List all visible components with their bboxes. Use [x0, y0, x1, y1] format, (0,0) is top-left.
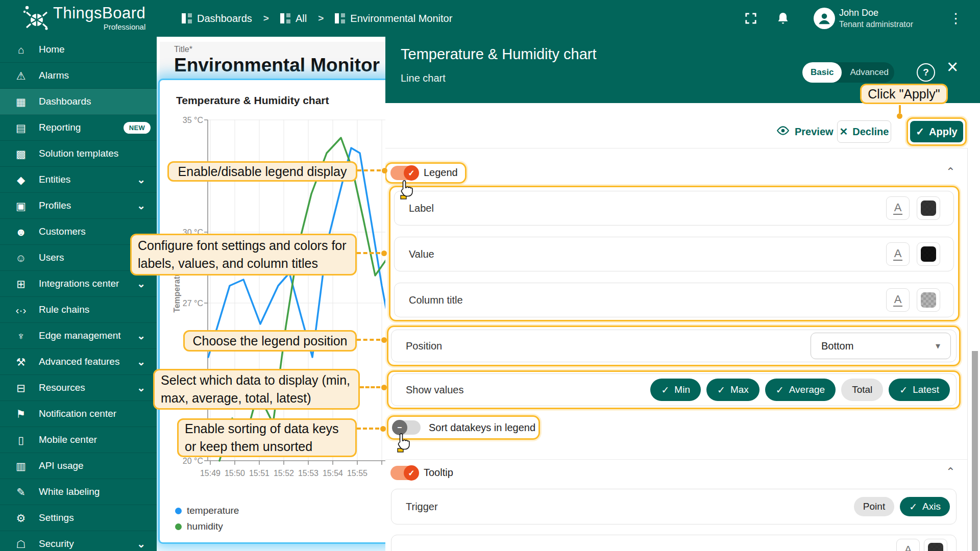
show-values-chips: ✓Min✓Max✓AverageTotal✓Latest: [650, 379, 950, 401]
chip-max[interactable]: ✓Max: [706, 379, 760, 401]
thingsboard-bug-icon: [22, 4, 49, 34]
panel-subtitle: Line chart: [401, 72, 446, 84]
trigger-chips: Point✓Axis: [854, 497, 950, 516]
eye-icon: [776, 124, 790, 140]
help-icon[interactable]: ?: [917, 63, 935, 82]
panel-scrollbar-thumb[interactable]: [972, 351, 978, 551]
home-icon: ⌂: [14, 44, 28, 55]
label-color-button[interactable]: [917, 196, 940, 220]
sidebar-item-solution-templates[interactable]: ▩Solution templates: [0, 141, 157, 167]
preview-button[interactable]: Preview: [776, 120, 834, 143]
breadcrumb-item-all[interactable]: All: [280, 13, 307, 24]
svg-text:15:53: 15:53: [298, 469, 318, 478]
dashboard-grid-icon: [280, 13, 290, 23]
breadcrumb-item-dashboards[interactable]: Dashboards: [182, 13, 252, 24]
svg-text:15:50: 15:50: [225, 469, 245, 478]
value-font-button[interactable]: A: [886, 242, 910, 266]
tooltip-label-font-button[interactable]: A: [896, 539, 920, 551]
svg-text:15:52: 15:52: [274, 469, 294, 478]
sidebar-item-api-usage[interactable]: ▥API usage: [0, 453, 157, 479]
annotation-connector-dot: [381, 251, 387, 256]
user-role: Tenant administrator: [839, 19, 931, 30]
user-menu[interactable]: John Doe Tenant administrator: [839, 7, 931, 30]
annotation-fonts: Configure font settings and colors for l…: [130, 234, 357, 276]
apply-button-highlight: ✓ Apply: [906, 117, 967, 146]
chip-total[interactable]: Total: [841, 379, 883, 401]
sort-datakeys-toggle[interactable]: –: [393, 420, 421, 435]
chip-point[interactable]: Point: [854, 497, 894, 516]
legend-toggle[interactable]: ✓: [390, 166, 418, 180]
dashboard-grid-icon: [335, 13, 345, 23]
check-icon: ✓: [909, 501, 917, 513]
sidebar-item-reporting[interactable]: ▤ReportingNEW: [0, 115, 157, 141]
dashboards-icon: ▦: [14, 96, 28, 107]
dashboard-title-value: Environmental Monitor: [174, 54, 385, 77]
sidebar-item-entities[interactable]: ◆Entities⌄: [0, 167, 157, 193]
breadcrumb-item-environmental-monitor[interactable]: Environmental Monitor: [335, 13, 452, 24]
sidebar-item-advanced-features[interactable]: ⚒Advanced features⌄: [0, 349, 157, 375]
chart-widget[interactable]: Temperature & Humidity chart: [160, 80, 385, 542]
sidebar-item-settings[interactable]: ⚙Settings: [0, 505, 157, 531]
widget-title: Temperature & Humidity chart: [176, 94, 329, 107]
dashboard-title-field[interactable]: Title* Environmental Monitor: [160, 42, 385, 81]
tooltip-section-title: Tooltip: [424, 467, 453, 479]
tooltip-label-color-button[interactable]: [924, 539, 947, 551]
fullscreen-icon[interactable]: [744, 12, 757, 25]
collapse-legend-icon[interactable]: ⌄: [946, 164, 955, 178]
api-usage-icon: ▥: [14, 461, 28, 471]
breadcrumb: Dashboards>All>Environmental Monitor: [182, 0, 452, 37]
integrations-center-icon: ⊞: [14, 279, 28, 289]
column-title-color-button[interactable]: [917, 288, 940, 312]
sidebar-item-white-labeling[interactable]: ✎White labeling: [0, 479, 157, 505]
divider: [385, 148, 967, 148]
legend-position-select[interactable]: Bottom ▾: [811, 333, 951, 359]
apply-button[interactable]: ✓ Apply: [910, 121, 963, 142]
sidebar-item-resources[interactable]: ⊟Resources⌄: [0, 375, 157, 401]
position-label: Position: [406, 340, 442, 352]
trigger-label: Trigger: [406, 501, 438, 513]
temperature-legend-dot: [175, 508, 182, 514]
humidity-series-line: [219, 138, 385, 461]
sidebar-item-alarms[interactable]: ⚠Alarms: [0, 63, 157, 89]
tooltip-toggle[interactable]: ✓: [390, 466, 418, 480]
legend-item-humidity[interactable]: humidity: [175, 521, 223, 532]
legend-section-title: Legend: [424, 167, 458, 179]
sidebar: ⌂Home⚠Alarms▦Dashboards▤ReportingNEW▩Sol…: [0, 37, 157, 551]
chip-latest[interactable]: ✓Latest: [889, 379, 950, 401]
rule-chains-icon: ‹·›: [14, 305, 28, 315]
avatar[interactable]: [814, 8, 835, 29]
chip-average[interactable]: ✓Average: [765, 379, 836, 401]
svg-text:27 °C: 27 °C: [183, 299, 203, 308]
color-swatch: [921, 292, 936, 308]
sidebar-item-dashboards[interactable]: ▦Dashboards: [0, 89, 157, 115]
chip-axis[interactable]: ✓Axis: [900, 497, 950, 516]
tab-advanced[interactable]: Advanced: [842, 62, 897, 83]
sidebar-item-profiles[interactable]: ▣Profiles⌄: [0, 193, 157, 219]
sidebar-item-rule-chains[interactable]: ‹·›Rule chains: [0, 297, 157, 323]
sidebar-item-security[interactable]: ☖Security⌄: [0, 531, 157, 551]
kebab-menu-icon[interactable]: ⋮: [949, 10, 963, 27]
decline-button[interactable]: ✕ Decline: [837, 120, 891, 143]
column-title-font-button[interactable]: A: [886, 288, 910, 312]
sidebar-item-edge-management[interactable]: ♆Edge management⌄: [0, 323, 157, 349]
check-icon: ✓: [776, 384, 784, 396]
annotation-connector-dot: [897, 113, 902, 119]
tab-basic[interactable]: Basic: [802, 62, 842, 83]
top-header: ThingsBoard Professional Dashboards>All>…: [0, 0, 980, 37]
notifications-bell-icon[interactable]: [776, 11, 790, 26]
close-icon[interactable]: ×: [947, 57, 958, 77]
thingsboard-logo[interactable]: ThingsBoard Professional: [22, 4, 145, 34]
sidebar-item-home[interactable]: ⌂Home: [0, 37, 157, 63]
svg-text:15:49: 15:49: [200, 469, 220, 478]
annotation-connector: [360, 386, 380, 388]
label-font-button[interactable]: A: [886, 196, 910, 220]
svg-text:20 °C: 20 °C: [183, 457, 203, 465]
sidebar-item-notification-center[interactable]: ⚑Notification center: [0, 401, 157, 427]
new-badge: NEW: [124, 122, 151, 134]
sidebar-item-mobile-center[interactable]: ▯Mobile center: [0, 427, 157, 453]
svg-text:15:54: 15:54: [323, 469, 343, 478]
value-color-button[interactable]: [917, 242, 940, 266]
collapse-tooltip-icon[interactable]: ⌄: [946, 464, 955, 478]
legend-item-temperature[interactable]: temperature: [175, 505, 239, 516]
chip-min[interactable]: ✓Min: [650, 379, 701, 401]
